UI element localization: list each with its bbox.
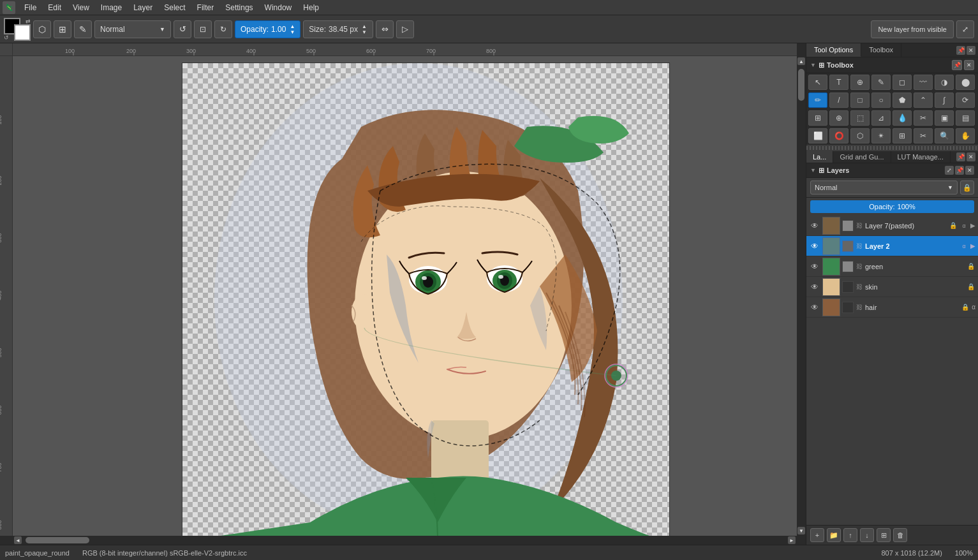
tool-move[interactable]: ⊞ [808,110,827,126]
tool-pencil[interactable]: / [829,92,848,108]
color-picker-icon[interactable]: ✎ [74,20,92,38]
tool-ellipse-select[interactable]: ⭕ [829,128,848,144]
layers-close-btn[interactable]: ✕ [967,152,975,161]
add-layer-group-btn[interactable]: 📁 [827,528,841,542]
tool-align[interactable]: ⊕ [829,110,848,126]
tool-pan[interactable]: ✋ [956,128,975,144]
horizontal-scrollbar[interactable]: ◄ ► [13,536,797,545]
layers-expand-btn[interactable]: ⤢ [945,166,954,175]
panel-pin-btn[interactable]: 📌 [956,46,965,55]
menu-filter[interactable]: Filter [192,2,219,13]
scroll-left-btn[interactable]: ◄ [14,536,22,544]
reset-mode-btn[interactable]: ↺ [174,20,191,38]
layer-opacity-bar[interactable]: Opacity: 100% [810,200,974,213]
layer-item-3[interactable]: 👁 ⛓ skin 🔒 [806,277,978,297]
layers-pin2-btn[interactable]: 📌 [955,166,964,175]
tool-ellipse[interactable]: ○ [871,92,891,108]
layer-1-expand-btn[interactable]: ▶ [970,242,975,249]
tool-pointer[interactable]: ↖ [808,75,827,90]
flip-v-btn[interactable]: ▷ [396,20,414,38]
scroll-down-btn[interactable]: ▼ [797,527,805,534]
menu-image[interactable]: Image [96,2,127,13]
move-layer-up-btn[interactable]: ↑ [843,528,857,542]
layer-item-2[interactable]: 👁 ⛓ green 🔒 [806,256,978,277]
tool-zoom[interactable]: 🔍 [935,128,954,144]
layer-item-1[interactable]: 👁 ⛓ Layer 2 α ▶ [806,236,978,256]
tool-free-select2[interactable]: ⬡ [850,128,870,144]
color-swatches[interactable]: ⇄ ↺ [4,18,31,41]
opacity-stepper[interactable]: ▲ ▼ [290,24,295,35]
size-stepper[interactable]: ▲ ▼ [362,24,367,35]
scroll-v-thumb[interactable] [798,69,804,101]
tool-smudge[interactable]: 〰 [914,75,933,90]
tool-rect[interactable]: □ [850,92,870,108]
layer-0-visibility[interactable]: 👁 [809,220,820,232]
move-layer-down-btn[interactable]: ↓ [860,528,874,542]
brush-size-icon[interactable]: ⊞ [54,20,71,38]
layer-0-expand-btn[interactable]: ▶ [970,222,975,229]
opacity-control[interactable]: Opacity: 1.00 ▲ ▼ [235,20,300,38]
tool-scissors[interactable]: ✂ [914,128,933,144]
tab-toolbox[interactable]: Toolbox [861,43,901,57]
tool-crop[interactable]: ✂ [914,110,933,126]
duplicate-layer-btn[interactable]: ⊞ [877,528,891,542]
tool-heal[interactable]: ⊕ [850,75,870,90]
scroll-h-thumb[interactable] [26,537,89,543]
tab-grid[interactable]: Grid and Gu... [833,151,891,163]
menu-edit[interactable]: Edit [43,2,66,13]
canvas-drawing-area[interactable] [182,63,670,536]
brush-icon[interactable]: ⬡ [33,20,51,38]
tab-tool-options[interactable]: Tool Options [806,43,861,57]
size-control[interactable]: Size: 38.45 px ▲ ▼ [303,20,373,38]
blend-mode-dropdown[interactable]: Normal ▼ [94,20,171,38]
lock-alpha-btn[interactable]: ⊡ [194,20,212,38]
tool-paintbrush[interactable]: ✏ [808,92,827,108]
tool-path[interactable]: ⌃ [914,92,933,108]
tool-color-picker[interactable]: 💧 [893,110,912,126]
menu-view[interactable]: View [68,2,94,13]
tool-gradient[interactable]: ▤ [956,110,975,126]
tool-select-color[interactable]: ⊞ [893,128,912,144]
toolbox-pin-btn[interactable]: 📌 [952,60,962,70]
canvas-viewport[interactable] [13,56,797,536]
new-layer-from-visible-btn[interactable]: New layer from visible [871,20,954,38]
tool-fill[interactable]: ▣ [935,110,954,126]
panel-close-btn[interactable]: ✕ [967,46,975,55]
swap-colors-icon[interactable]: ⇄ [26,18,31,24]
tool-fuzzy-select[interactable]: ✴ [871,128,891,144]
menu-window[interactable]: Window [260,2,297,13]
tool-paint[interactable]: ⬤ [956,75,975,90]
expand-btn[interactable]: ⤢ [956,20,974,38]
menu-layer[interactable]: Layer [128,2,158,13]
layer-lock-btn[interactable]: 🔒 [960,181,974,195]
tab-layers[interactable]: La... [806,151,833,163]
tool-clone[interactable]: ✎ [871,75,891,90]
layer-item-4[interactable]: 👁 ⛓ hair 🔒 α [806,297,978,318]
background-color[interactable] [14,24,31,41]
scroll-up-btn[interactable]: ▲ [797,57,805,65]
menu-settings[interactable]: Settings [220,2,258,13]
tool-unknown1[interactable]: ⟳ [956,92,975,108]
tool-rect-select[interactable]: ⬜ [808,128,827,144]
layer-mode-dropdown[interactable]: Normal ▼ [810,181,958,195]
layer-4-visibility[interactable]: 👁 [809,302,820,313]
delete-layer-btn[interactable]: 🗑 [893,528,907,542]
add-layer-btn[interactable]: + [810,528,824,542]
toolbox-close-btn[interactable]: ✕ [964,60,974,70]
flip-h-btn[interactable]: ⇔ [376,20,394,38]
layer-1-visibility[interactable]: 👁 [809,240,820,252]
vertical-scrollbar[interactable]: ▲ ▼ [797,56,806,536]
layers-pin-btn[interactable]: 📌 [956,152,965,161]
tool-free-select[interactable]: ⬟ [893,92,912,108]
tool-dodge[interactable]: ◑ [935,75,954,90]
tool-curve[interactable]: ∫ [935,92,954,108]
menu-file[interactable]: File [19,2,41,13]
tool-scale[interactable]: ⬚ [850,110,870,126]
layer-2-visibility[interactable]: 👁 [809,261,820,272]
reset-colors-icon[interactable]: ↺ [4,34,9,41]
tool-text[interactable]: T [829,75,848,90]
layers-close2-btn[interactable]: ✕ [965,166,974,175]
refresh-btn[interactable]: ↻ [214,20,232,38]
tool-erase[interactable]: ◻ [893,75,912,90]
menu-select[interactable]: Select [159,2,190,13]
